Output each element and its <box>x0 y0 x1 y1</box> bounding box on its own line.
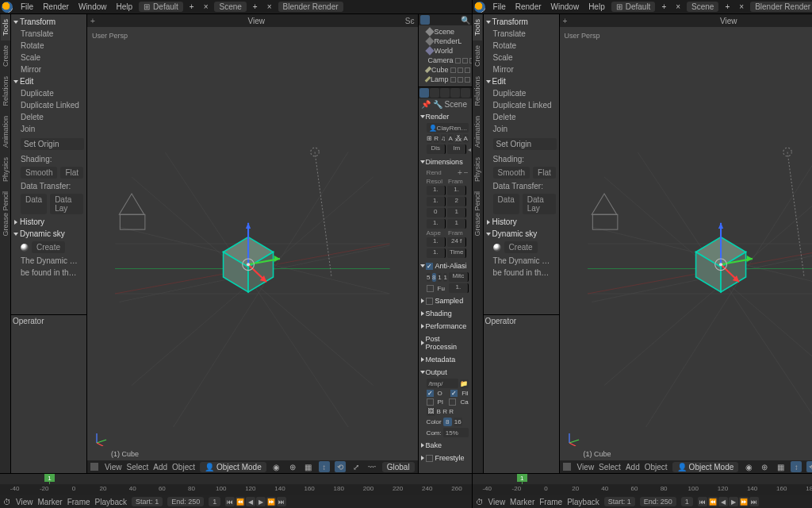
jump-start-icon[interactable]: ⏮ <box>225 497 235 506</box>
header-select-menu[interactable]: Select <box>127 463 149 471</box>
tab-animation[interactable]: Animation <box>1 111 10 152</box>
tl-playback-menu[interactable]: Playback <box>95 498 128 506</box>
sampledmotion-header[interactable]: Sampled <box>435 297 464 305</box>
op-duplicate-linked[interactable]: Duplicate Linked <box>13 99 85 111</box>
edit-header[interactable]: Edit <box>20 77 33 86</box>
frame-step[interactable]: 1 <box>447 208 466 217</box>
depth-16[interactable]: 16 <box>454 418 462 426</box>
outliner-item-cube[interactable]: Cube <box>420 65 470 75</box>
tab-tools[interactable]: Tools <box>1 14 10 40</box>
scene-add-button[interactable]: + <box>720 2 734 11</box>
tab-animation[interactable]: Animation <box>473 111 482 152</box>
imageeditor-field[interactable]: Im <box>447 144 466 154</box>
shading-smooth[interactable]: Smooth <box>21 167 57 179</box>
playhead-handle[interactable]: 1 <box>49 474 50 484</box>
end-frame-field[interactable]: End: 250 <box>167 497 204 506</box>
layout-close-button[interactable]: × <box>199 2 213 11</box>
menu-window[interactable]: Window <box>74 2 112 11</box>
tl-marker-menu[interactable]: Marker <box>38 498 63 506</box>
header-object-menu[interactable]: Object <box>172 463 195 471</box>
dynsky-create-button[interactable]: Create <box>32 241 65 253</box>
manipulator-translate-icon[interactable]: ↕ <box>319 461 330 472</box>
aa-8[interactable]: 8 <box>432 273 436 282</box>
datatransfer-data[interactable]: Data <box>21 194 47 214</box>
icon-r[interactable]: R <box>434 134 439 143</box>
scene-select[interactable]: Scene <box>687 2 718 12</box>
aa-16[interactable]: 1 <box>443 273 447 282</box>
scene-add-button[interactable]: + <box>248 2 262 11</box>
key-prev-icon[interactable]: ⏪ <box>236 497 245 506</box>
outliner-item-camera[interactable]: Camera <box>420 56 470 65</box>
screen-layout-select[interactable]: ⊞Default <box>611 2 656 12</box>
compression-field[interactable]: 15% <box>443 428 469 437</box>
start-frame-field[interactable]: Start: 1 <box>132 497 163 506</box>
tab-scene-icon[interactable] <box>440 88 450 98</box>
dynamicsky-header[interactable]: Dynamic sky <box>20 229 65 238</box>
preset-add-icon[interactable]: + <box>458 168 462 177</box>
frame-start[interactable]: 1. <box>447 186 466 195</box>
set-origin-button[interactable]: Set Origin <box>21 138 84 150</box>
tl-view-menu[interactable]: View <box>16 498 33 506</box>
menu-render[interactable]: Render <box>38 2 74 11</box>
res-pct[interactable]: 0 <box>427 208 446 217</box>
frame-end[interactable]: 2 <box>447 197 466 206</box>
tab-tools[interactable]: Tools <box>473 14 482 40</box>
outliner-item-renderlayers[interactable]: RenderL <box>420 37 470 46</box>
datatransfer-layout[interactable]: Data Lay <box>50 194 83 214</box>
key-next-icon[interactable]: ⏩ <box>266 497 276 506</box>
menu-render[interactable]: Render <box>511 2 546 11</box>
history-header[interactable]: History <box>20 217 44 226</box>
menu-file[interactable]: File <box>16 2 38 11</box>
tab-physics[interactable]: Physics <box>1 152 10 187</box>
layout-close-button[interactable]: × <box>671 2 685 11</box>
freestyle-panel-header[interactable]: Freestyle <box>435 454 465 462</box>
tab-object-icon[interactable] <box>461 88 470 98</box>
aspect-x[interactable]: 1. <box>427 237 446 247</box>
curve-icon[interactable]: 〰 <box>366 461 377 472</box>
tab-create[interactable]: Create <box>473 40 482 71</box>
tab-greasepencil[interactable]: Grease Pencil <box>473 187 482 241</box>
outliner-item-lamp[interactable]: Lamp <box>420 75 470 84</box>
aa-enable-check[interactable]: ✓ <box>426 263 433 270</box>
op-scale[interactable]: Scale <box>13 52 85 64</box>
viewport-region[interactable]: User Persp <box>87 27 418 460</box>
aa-panel-header[interactable]: Anti-Aliasi <box>435 262 467 270</box>
layers-icon[interactable]: ▦ <box>303 461 314 472</box>
shading-flat[interactable]: Flat <box>60 167 83 179</box>
tab-physics[interactable]: Physics <box>473 152 482 187</box>
bake-panel-header[interactable]: Bake <box>426 441 442 449</box>
icon-misc[interactable]: ⁂ <box>455 134 462 143</box>
render-clay-button[interactable]: 👤ClayRen… <box>427 123 469 133</box>
tab-render-icon[interactable] <box>419 88 429 98</box>
tab-greasepencil[interactable]: Grease Pencil <box>1 187 10 241</box>
layout-add-button[interactable]: + <box>185 2 199 11</box>
scene-select[interactable]: Scene <box>214 2 246 12</box>
orientation-select[interactable]: Global <box>382 462 415 472</box>
audio-icon[interactable]: ♫ <box>441 134 446 143</box>
pivot-icon[interactable]: ⊕ <box>287 461 298 472</box>
timeline-track[interactable]: 1 -40-2002040608010012014016018020022024… <box>0 474 472 495</box>
outliner-type-icon[interactable] <box>420 15 430 25</box>
outliner-item-scene[interactable]: Scene <box>420 27 470 37</box>
tab-renderlayer-icon[interactable] <box>430 88 439 98</box>
icon-a2[interactable]: A <box>463 134 469 143</box>
screen-layout-select[interactable]: ⊞Default <box>139 2 183 12</box>
aa-11[interactable]: 1 <box>438 273 442 282</box>
header-add-menu[interactable]: Add <box>153 463 167 471</box>
preset-remove-icon[interactable]: − <box>464 168 469 177</box>
manipulator-scale-icon[interactable]: ⤢ <box>350 461 362 472</box>
shading-panel-header[interactable]: Shading <box>426 310 452 318</box>
transform-header[interactable]: Transform <box>20 17 56 26</box>
npanel-view-menu[interactable]: View <box>247 17 265 25</box>
viewport-region[interactable]: User Persp <box>560 27 812 460</box>
aa-filter[interactable]: Mitc <box>449 272 468 282</box>
tl-frame-menu[interactable]: Frame <box>67 498 90 506</box>
tab-create[interactable]: Create <box>1 40 10 71</box>
menu-file[interactable]: File <box>488 2 511 11</box>
fps[interactable]: 24 f <box>447 237 466 247</box>
browse-icon[interactable]: 📁 <box>460 379 469 388</box>
aa-5[interactable]: 5 <box>427 273 431 282</box>
current-frame-field[interactable]: 1 <box>209 497 220 506</box>
format-png-icon[interactable]: 🖼 <box>427 407 435 416</box>
outliner-item-world[interactable]: World <box>420 46 470 56</box>
